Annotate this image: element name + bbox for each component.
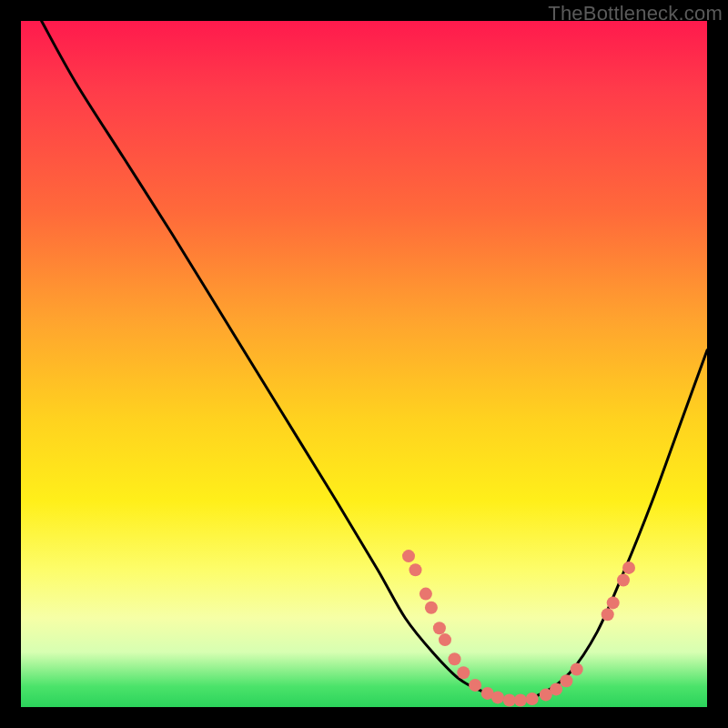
data-point — [602, 608, 614, 621]
data-point — [469, 679, 481, 692]
plot-area — [21, 21, 707, 707]
curve-layer — [21, 21, 707, 707]
data-point — [550, 682, 562, 695]
data-point — [571, 663, 583, 676]
data-point — [425, 602, 438, 614]
data-point — [402, 550, 415, 562]
data-point — [457, 666, 470, 679]
data-point — [514, 694, 527, 707]
data-point — [607, 596, 620, 609]
data-point — [526, 693, 539, 705]
data-point — [410, 563, 422, 576]
data-point — [439, 633, 451, 646]
data-point — [433, 622, 446, 634]
data-point — [420, 588, 432, 601]
data-point — [491, 691, 504, 703]
data-point — [503, 694, 516, 707]
bottleneck-curve — [42, 21, 707, 701]
data-point — [449, 652, 461, 665]
watermark-text: TheBottleneck.com — [548, 2, 723, 25]
data-point — [622, 561, 635, 574]
data-point — [617, 574, 630, 587]
data-point — [560, 674, 572, 687]
chart-frame: TheBottleneck.com — [0, 0, 728, 728]
